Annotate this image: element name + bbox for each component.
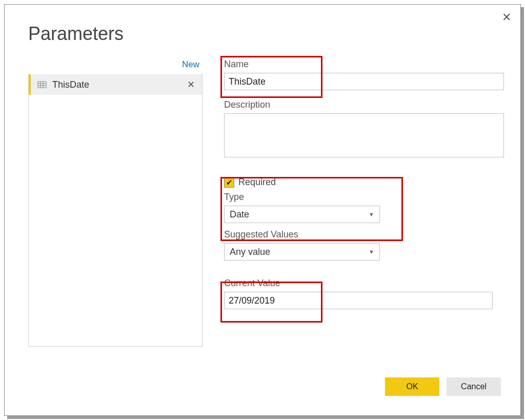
new-parameter-link[interactable]: New bbox=[28, 59, 203, 73]
table-icon bbox=[37, 79, 47, 90]
type-label: Type bbox=[224, 192, 504, 203]
description-input[interactable] bbox=[224, 113, 504, 157]
suggested-values-value: Any value bbox=[230, 247, 270, 257]
parameter-list-panel: ThisDate ✕ bbox=[28, 59, 203, 347]
selection-accent bbox=[29, 74, 31, 95]
description-label: Description bbox=[224, 99, 504, 110]
checkmark-icon: ✔ bbox=[226, 178, 233, 186]
cancel-button[interactable]: Cancel bbox=[447, 377, 501, 396]
ok-button[interactable]: OK bbox=[385, 377, 439, 396]
suggested-values-select[interactable]: Any value ▼ bbox=[224, 243, 380, 261]
chevron-down-icon: ▼ bbox=[369, 249, 374, 255]
current-value-input[interactable] bbox=[224, 292, 493, 309]
parameter-form: Name Description ✔ Required Type Date ▼ … bbox=[224, 59, 504, 309]
name-input[interactable] bbox=[224, 73, 504, 90]
parameter-list-item[interactable]: ThisDate ✕ bbox=[29, 74, 202, 95]
chevron-down-icon: ▼ bbox=[369, 211, 374, 217]
type-select-value: Date bbox=[230, 209, 249, 220]
parameters-dialog: ✕ Parameters ThisDate ✕ New Name Descrip… bbox=[4, 4, 521, 416]
required-label: Required bbox=[238, 177, 276, 188]
required-checkbox[interactable]: ✔ bbox=[224, 177, 234, 188]
required-checkbox-row[interactable]: ✔ Required bbox=[224, 177, 504, 188]
dialog-button-row: OK Cancel bbox=[385, 377, 501, 396]
dialog-title: Parameters bbox=[28, 23, 124, 45]
delete-icon[interactable]: ✕ bbox=[184, 79, 198, 90]
close-icon[interactable]: ✕ bbox=[502, 12, 511, 23]
parameter-list-item-label: ThisDate bbox=[52, 79, 184, 90]
suggested-values-label: Suggested Values bbox=[224, 229, 504, 240]
type-select[interactable]: Date ▼ bbox=[224, 206, 380, 223]
name-label: Name bbox=[224, 59, 504, 70]
svg-rect-0 bbox=[38, 82, 46, 88]
current-value-label: Current Value bbox=[224, 278, 504, 289]
